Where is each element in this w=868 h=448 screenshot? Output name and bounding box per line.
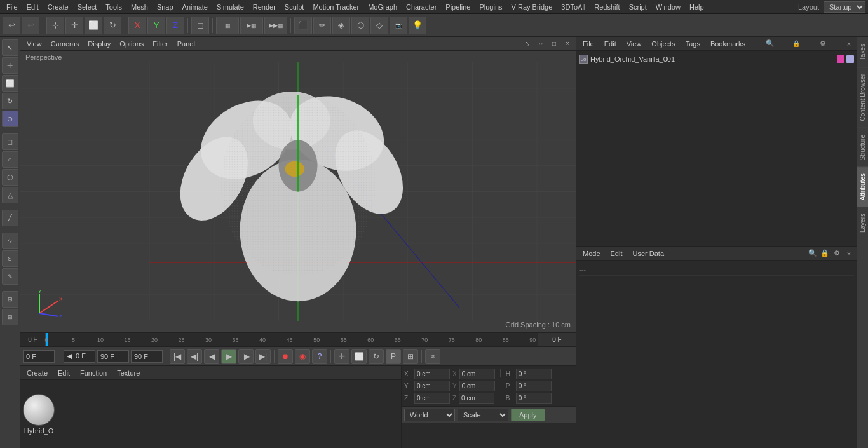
tab-takes[interactable]: Takes (857, 37, 868, 67)
curve-button[interactable]: ✏ (313, 17, 331, 34)
motion-mode-button[interactable]: ⬜ (351, 349, 367, 364)
subdiv-button[interactable]: ◈ (332, 17, 350, 34)
tool-rotate[interactable]: ↻ (2, 93, 18, 109)
mat-menu-create[interactable]: Create (23, 368, 51, 378)
camera-button[interactable]: 📷 (390, 17, 407, 34)
axis-x-button[interactable]: X (128, 17, 146, 34)
axis-z-button[interactable]: Z (166, 17, 184, 34)
obj-menu-bookmarks[interactable]: Bookmarks (707, 39, 749, 49)
attr-close-icon[interactable]: × (844, 248, 854, 259)
attr-lock-icon[interactable]: 🔒 (820, 248, 830, 259)
menu-select[interactable]: Select (74, 2, 101, 12)
attr-search-icon[interactable]: 🔍 (808, 248, 818, 259)
object-mode-button[interactable]: ◻ (191, 17, 209, 34)
world-dropdown[interactable]: World (404, 409, 455, 421)
attr-settings-icon[interactable]: ⚙ (832, 248, 842, 259)
total-frames-input[interactable] (131, 350, 163, 363)
menu-create[interactable]: Create (44, 2, 72, 12)
obj-menu-file[interactable]: File (579, 39, 598, 49)
obj-search-icon[interactable]: 🔍 (765, 39, 775, 49)
menu-simulate[interactable]: Simulate (213, 2, 248, 12)
tab-structure[interactable]: Structure (857, 128, 868, 167)
menu-script[interactable]: Script (625, 2, 651, 12)
play-back-button[interactable]: ◀ (204, 349, 219, 364)
menu-tools[interactable]: Tools (102, 2, 126, 12)
tool-tile[interactable]: ⊟ (2, 309, 18, 325)
obj-settings-icon[interactable]: ⚙ (818, 39, 828, 49)
tab-attributes[interactable]: Attributes (857, 166, 868, 207)
tool-scale[interactable]: ⬜ (2, 75, 18, 92)
auto-key-button[interactable]: ◉ (295, 349, 310, 364)
render-all-button[interactable]: ▶▶▦ (264, 17, 287, 34)
menu-motion-tracker[interactable]: Motion Tracker (309, 2, 363, 12)
menu-snap[interactable]: Snap (153, 2, 177, 12)
obj-menu-tags[interactable]: Tags (682, 39, 704, 49)
menu-sculpt[interactable]: Sculpt (281, 2, 308, 12)
record-button[interactable]: ⏺ (278, 349, 293, 364)
z-pos-input[interactable] (414, 393, 450, 404)
goto-end-button[interactable]: ▶| (255, 349, 271, 364)
attr-menu-mode[interactable]: Mode (579, 248, 604, 259)
x-pos-input2[interactable] (459, 369, 495, 379)
scale-dropdown[interactable]: Scale (458, 409, 508, 421)
cube-button[interactable]: ⬛ (294, 17, 312, 34)
menu-help[interactable]: Help (686, 2, 708, 12)
step-forward-button[interactable]: |▶ (238, 349, 254, 364)
z-pos-input2[interactable] (459, 393, 494, 404)
vp-menu-view[interactable]: View (23, 39, 46, 49)
mat-menu-function[interactable]: Function (76, 368, 111, 378)
menu-animate[interactable]: Animate (179, 2, 212, 12)
tool-move[interactable]: ✛ (2, 57, 18, 74)
ik-mode-button[interactable]: ↻ (369, 349, 384, 364)
tab-layers[interactable]: Layers (857, 207, 868, 239)
menu-character[interactable]: Character (402, 2, 440, 12)
obj-lock-icon[interactable]: 🔒 (791, 39, 801, 49)
end-frame-input[interactable] (97, 350, 129, 363)
menu-window[interactable]: Window (652, 2, 684, 12)
step-back-button[interactable]: ◀| (187, 349, 202, 364)
obj-close-icon[interactable]: × (844, 39, 854, 49)
menu-plugins[interactable]: Plugins (475, 2, 506, 12)
fcurve-button[interactable]: ≋ (425, 349, 440, 364)
help-button[interactable]: ? (312, 349, 327, 364)
object-row[interactable]: Lo Hybrid_Orchid_Vanilla_001 (579, 53, 854, 65)
tool-box[interactable]: ◻ (2, 133, 18, 150)
vp-icon-expand[interactable]: ⤡ (522, 38, 533, 50)
tool-paint[interactable]: ✎ (2, 268, 18, 285)
material-item[interactable]: Hybrid_O (23, 394, 55, 435)
light-button[interactable]: 💡 (409, 17, 426, 34)
tool-grid[interactable]: ⊞ (2, 291, 18, 308)
vp-menu-cameras[interactable]: Cameras (47, 39, 83, 49)
scale-tool-button[interactable]: ⬜ (85, 17, 102, 34)
layout-select[interactable]: Startup (824, 1, 865, 13)
obj-menu-edit[interactable]: Edit (600, 39, 620, 49)
obj-menu-objects[interactable]: Objects (648, 39, 679, 49)
timeline-ruler[interactable]: 0 5 10 15 20 25 30 35 40 45 50 55 60 65 … (46, 333, 538, 347)
menu-mograph[interactable]: MoGraph (364, 2, 401, 12)
play-forward-button[interactable]: ▶ (221, 349, 236, 364)
vp-menu-panel[interactable]: Panel (173, 39, 199, 49)
mat-menu-edit[interactable]: Edit (54, 368, 74, 378)
menu-vray[interactable]: V-Ray Bridge (508, 2, 557, 12)
key-mode-button[interactable]: ✛ (334, 349, 349, 364)
menu-redshift[interactable]: Redshift (590, 2, 623, 12)
attr-menu-userdata[interactable]: User Data (629, 248, 668, 259)
apply-button[interactable]: Apply (511, 409, 545, 421)
rotate-tool-button[interactable]: ↻ (104, 17, 121, 34)
menu-mesh[interactable]: Mesh (127, 2, 152, 12)
menu-file[interactable]: File (3, 2, 22, 12)
menu-3dtoall[interactable]: 3DToAll (557, 2, 589, 12)
select-tool-button[interactable]: ⊹ (46, 17, 64, 34)
tab-content-browser[interactable]: Content Browser (857, 67, 868, 127)
tool-cone[interactable]: △ (2, 187, 18, 203)
p-input[interactable] (516, 381, 552, 391)
viewport[interactable]: Perspective Grid Spacing : 10 cm X Y Z (20, 51, 576, 332)
start-frame-input[interactable] (23, 350, 55, 363)
y-pos-input2[interactable] (459, 381, 495, 391)
vp-menu-display[interactable]: Display (84, 39, 114, 49)
attr-menu-edit[interactable]: Edit (607, 248, 627, 259)
prev-key-input[interactable] (64, 350, 95, 363)
pla-button[interactable]: P (386, 349, 401, 364)
vp-icon-maximize[interactable]: □ (548, 38, 560, 50)
tool-arrow[interactable]: ↖ (2, 39, 18, 56)
